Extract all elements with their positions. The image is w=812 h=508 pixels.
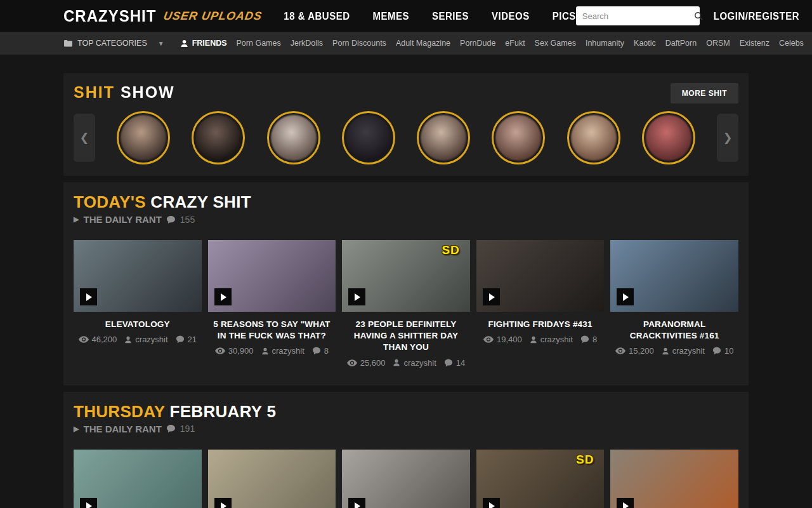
menu-item-videos[interactable]: VIDEOS xyxy=(492,10,530,22)
site-logo[interactable]: CRAZYSHIT xyxy=(63,6,156,25)
play-button-icon[interactable] xyxy=(483,498,500,508)
video-card: PARANORMAL CRACKTIVITIES #161 15,200 cra… xyxy=(610,240,738,368)
search-icon[interactable] xyxy=(694,11,704,21)
shit-show-avatar[interactable] xyxy=(492,111,545,164)
play-button-icon[interactable] xyxy=(617,288,634,305)
search-input[interactable] xyxy=(582,11,694,21)
shit-show-avatar[interactable] xyxy=(642,111,695,164)
menu-item-memes[interactable]: MEMES xyxy=(373,10,410,22)
user-icon xyxy=(261,347,269,355)
section-title-white: CRAZY SHIT xyxy=(150,192,251,211)
play-button-icon[interactable] xyxy=(348,288,365,305)
video-thumbnail[interactable] xyxy=(476,240,605,312)
comment-count: 10 xyxy=(724,346,733,356)
video-title[interactable]: PARANORMAL CRACKTIVITIES #161 xyxy=(610,319,738,342)
video-meta: 19,400 crazyshit 8 xyxy=(476,335,605,344)
carousel-right-arrow[interactable]: ❯ xyxy=(717,114,738,162)
video-card xyxy=(74,450,202,508)
friend-link-sex-games[interactable]: Sex Games xyxy=(535,39,576,48)
play-triangle-icon: ▶ xyxy=(74,425,79,433)
friend-link-inhumanity[interactable]: Inhumanity xyxy=(586,39,624,48)
carousel-left-arrow[interactable]: ❮ xyxy=(74,114,95,162)
shit-show-avatar[interactable] xyxy=(567,111,620,164)
login-register-button[interactable]: LOGIN/REGISTER xyxy=(714,10,799,22)
avatar-image xyxy=(421,115,466,161)
shit-show-avatar[interactable] xyxy=(267,111,320,164)
avatar-image xyxy=(571,115,617,161)
video-meta: 30,900 crazyshit 8 xyxy=(208,346,336,356)
user-icon xyxy=(124,336,132,344)
menu-item-pics[interactable]: PICS xyxy=(553,10,576,22)
video-author[interactable]: crazyshit xyxy=(530,335,573,344)
view-count: 25,600 xyxy=(360,358,386,368)
video-thumbnail[interactable] xyxy=(610,450,738,508)
play-button-icon[interactable] xyxy=(348,498,365,508)
comment-bubble-icon xyxy=(580,335,589,344)
friend-link-kaotic[interactable]: Kaotic xyxy=(634,39,656,48)
comment-count: 8 xyxy=(324,346,329,356)
video-title[interactable]: 23 PEOPLE DEFINITELY HAVING A SHITTIER D… xyxy=(342,319,470,354)
video-author[interactable]: crazyshit xyxy=(261,346,304,356)
friend-link-existenz[interactable]: Existenz xyxy=(740,39,769,48)
video-title[interactable]: FIGHTING FRIDAYS #431 xyxy=(476,319,605,330)
friend-link-adult-magazine[interactable]: Adult Magazine xyxy=(396,39,450,48)
comment-bubble-icon xyxy=(712,347,721,355)
comment-count: 14 xyxy=(456,358,465,368)
friend-link-daftporn[interactable]: DaftPorn xyxy=(665,39,697,48)
friend-link-celebs[interactable]: Celebs xyxy=(779,39,804,48)
video-author[interactable]: crazyshit xyxy=(393,358,436,368)
video-thumbnail[interactable] xyxy=(74,240,202,312)
video-thumbnail[interactable] xyxy=(208,240,336,312)
friend-link-jerkdolls[interactable]: JerkDolls xyxy=(291,39,323,48)
friend-link-porndude[interactable]: PornDude xyxy=(460,39,495,48)
video-thumbnail[interactable] xyxy=(342,450,470,508)
play-button-icon[interactable] xyxy=(214,288,232,305)
play-button-icon[interactable] xyxy=(483,288,500,305)
shit-show-avatar[interactable] xyxy=(117,111,170,164)
menu-item-18-abused[interactable]: 18 & ABUSED xyxy=(284,10,350,22)
author-name: crazyshit xyxy=(135,335,167,344)
daily-rant-link[interactable]: ▶ THE DAILY RANT 191 xyxy=(74,424,738,434)
video-meta: 15,200 crazyshit 10 xyxy=(610,346,738,356)
video-author[interactable]: crazyshit xyxy=(124,335,167,344)
top-categories-dropdown[interactable]: TOP CATEGORIES ▼ xyxy=(63,39,164,48)
eye-icon xyxy=(615,347,625,354)
video-card: 5 REASONS TO SAY "WHAT IN THE FUCK WAS T… xyxy=(208,240,336,368)
play-button-icon[interactable] xyxy=(80,288,97,305)
video-thumbnail[interactable] xyxy=(208,450,336,508)
friend-link-orsm[interactable]: ORSM xyxy=(706,39,730,48)
video-grid: SD xyxy=(74,450,738,508)
video-card: ELEVATOLOGY 46,200 crazyshit 21 xyxy=(74,240,202,368)
shit-show-avatar[interactable] xyxy=(342,111,395,164)
shit-show-avatar[interactable] xyxy=(417,111,470,164)
search-box[interactable] xyxy=(576,6,700,25)
play-button-icon[interactable] xyxy=(214,498,232,508)
friend-link-porn-games[interactable]: Porn Games xyxy=(237,39,281,48)
video-thumbnail[interactable] xyxy=(610,240,738,312)
main-menu: 18 & ABUSED MEMES SERIES VIDEOS PICS xyxy=(284,11,575,22)
video-title[interactable]: ELEVATOLOGY xyxy=(74,319,202,330)
video-thumbnail[interactable] xyxy=(74,450,202,508)
more-shit-button[interactable]: MORE SHIT xyxy=(671,83,738,104)
video-card: FIGHTING FRIDAYS #431 19,400 crazyshit 8 xyxy=(476,240,605,368)
video-meta: 46,200 crazyshit 21 xyxy=(74,335,202,344)
todays-crazy-shit-section: TODAY'S CRAZY SHIT ▶ THE DAILY RANT 155 … xyxy=(63,182,749,385)
video-card xyxy=(342,450,470,508)
menu-item-series[interactable]: SERIES xyxy=(432,10,469,22)
daily-rant-link[interactable]: ▶ THE DAILY RANT 155 xyxy=(74,214,738,225)
video-thumbnail[interactable]: SD xyxy=(342,240,470,312)
video-author[interactable]: crazyshit xyxy=(662,346,705,356)
video-thumbnail[interactable]: SD xyxy=(476,450,605,508)
shit-show-title-white: SHOW xyxy=(121,83,175,101)
friend-link-porn-discounts[interactable]: Porn Discounts xyxy=(332,39,386,48)
friend-link-efukt[interactable]: eFukt xyxy=(505,39,525,48)
friends-link[interactable]: FRIENDS xyxy=(180,39,227,48)
video-title[interactable]: 5 REASONS TO SAY "WHAT IN THE FUCK WAS T… xyxy=(208,319,336,342)
avatar-image xyxy=(495,115,541,161)
shit-show-avatar[interactable] xyxy=(192,111,245,164)
play-button-icon[interactable] xyxy=(80,498,97,508)
play-button-icon[interactable] xyxy=(617,498,634,508)
person-icon xyxy=(180,39,188,48)
sd-badge: SD xyxy=(442,243,459,257)
author-name: crazyshit xyxy=(672,346,705,356)
